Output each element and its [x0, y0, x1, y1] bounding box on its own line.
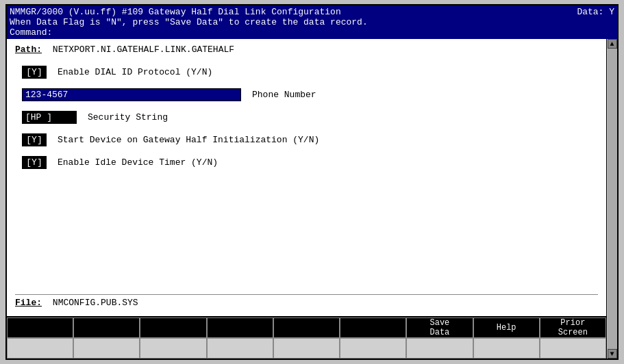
toolbar-row2-btn9[interactable]: [540, 338, 606, 359]
toolbar-row2-btn4[interactable]: [207, 338, 273, 359]
label-security: Security String: [88, 112, 168, 122]
path-line: Path: NETXPORT.NI.GATEHALF.LINK.GATEHALF: [15, 44, 598, 55]
label-idle-timer: Enable Idle Device Timer (Y/N): [58, 157, 218, 168]
field-box-enable-dial[interactable]: [Y]: [22, 66, 47, 79]
main-content-area: Path: NETXPORT.NI.GATEHALF.LINK.GATEHALF…: [7, 39, 606, 316]
fields-area: [Y] Enable DIAL ID Protocol (Y/N) 123-45…: [15, 66, 598, 169]
toolbar-btn-f3[interactable]: [140, 317, 206, 338]
toolbar-row2: [7, 338, 606, 359]
header-message: When Data Flag is "N", press "Save Data"…: [10, 17, 368, 27]
toolbar-row2-btn8[interactable]: [473, 338, 540, 359]
label-phone: Phone Number: [252, 90, 316, 100]
file-value: NMCONFIG.PUB.SYS: [53, 298, 138, 308]
toolbar-row2-btn3[interactable]: [140, 338, 206, 359]
field-box-idle-timer[interactable]: [Y]: [22, 156, 47, 169]
header-line2: When Data Flag is "N", press "Save Data"…: [7, 17, 617, 27]
field-row-start-device: [Y] Start Device on Gateway Half Initial…: [22, 133, 598, 146]
header-block: NMMGR/3000 (V.uu.ff) #109 Gateway Half D…: [7, 5, 617, 39]
path-value: NETXPORT.NI.GATEHALF.LINK.GATEHALF: [53, 44, 234, 55]
field-row-idle-timer: [Y] Enable Idle Device Timer (Y/N): [22, 156, 598, 169]
field-box-security[interactable]: [HP ]: [22, 111, 77, 124]
content-area: Path: NETXPORT.NI.GATEHALF.LINK.GATEHALF…: [7, 39, 606, 359]
toolbar-row2-btn2[interactable]: [73, 338, 140, 359]
command-label: Command:: [10, 27, 52, 38]
scrollbar: ▲ ▼: [606, 39, 617, 359]
window-title: NMMGR/3000 (V.uu.ff) #109 Gateway Half D…: [10, 7, 341, 17]
toolbar-row2-btn5[interactable]: [273, 338, 340, 359]
command-line: Command:: [7, 27, 617, 39]
file-area: File: NMCONFIG.PUB.SYS: [15, 294, 598, 311]
header-line1: NMMGR/3000 (V.uu.ff) #109 Gateway Half D…: [7, 5, 617, 17]
scroll-track[interactable]: [608, 49, 617, 349]
toolbar-btn-save[interactable]: Save Data: [406, 317, 473, 338]
toolbar-btn-prior-screen[interactable]: Prior Screen: [540, 317, 606, 338]
toolbar-btn-f1[interactable]: [7, 317, 73, 338]
toolbar-row2-btn6[interactable]: [340, 338, 406, 359]
toolbar-btn-f5[interactable]: [273, 317, 340, 338]
path-label: Path:: [15, 44, 42, 55]
field-row-phone: 123-4567 Phone Number: [22, 88, 598, 101]
toolbar-row2-btn1[interactable]: [7, 338, 73, 359]
toolbar-btn-f6[interactable]: [340, 317, 406, 338]
scroll-down-arrow[interactable]: ▼: [608, 349, 617, 359]
toolbar-btn-f4[interactable]: [207, 317, 273, 338]
field-row-security: [HP ] Security String: [22, 111, 598, 124]
data-flag: Data: Y: [577, 7, 614, 17]
label-start-device: Start Device on Gateway Half Initializat…: [58, 135, 319, 145]
field-box-start-device[interactable]: [Y]: [22, 133, 47, 146]
scroll-up-arrow[interactable]: ▲: [608, 39, 617, 49]
main-window: NMMGR/3000 (V.uu.ff) #109 Gateway Half D…: [5, 4, 619, 360]
toolbar-btn-help[interactable]: Help: [473, 317, 540, 338]
field-row-enable-dial: [Y] Enable DIAL ID Protocol (Y/N): [22, 66, 598, 79]
toolbar-btn-f2[interactable]: [73, 317, 140, 338]
toolbar-row2-btn7[interactable]: [406, 338, 473, 359]
file-label: File:: [15, 298, 42, 308]
label-enable-dial: Enable DIAL ID Protocol (Y/N): [58, 67, 212, 77]
toolbar: Save Data Help Prior Screen: [7, 316, 606, 359]
toolbar-row1: Save Data Help Prior Screen: [7, 317, 606, 338]
field-box-phone[interactable]: 123-4567: [22, 88, 241, 101]
